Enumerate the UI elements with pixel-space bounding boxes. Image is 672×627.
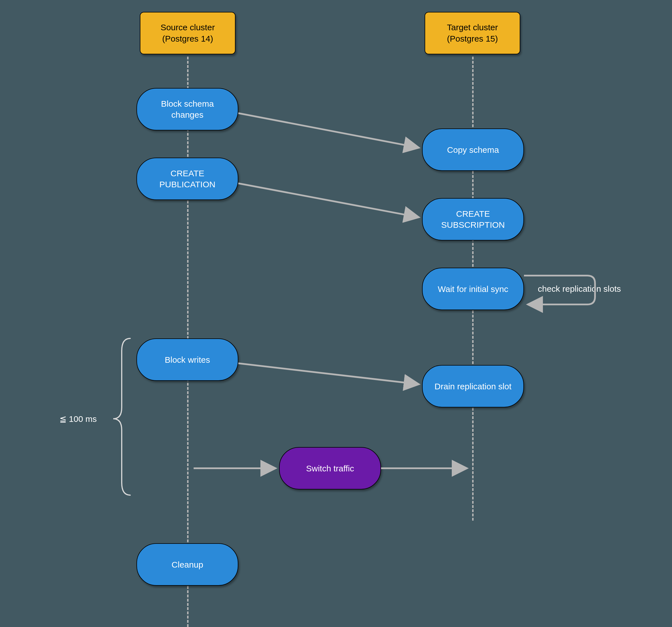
wait-sync-node: Wait for initial sync	[422, 268, 524, 310]
arrow-drain	[238, 363, 419, 384]
create-pub-node: CREATE PUBLICATION	[137, 158, 238, 200]
drain-node: Drain replication slot	[422, 365, 524, 407]
arrows-overlay	[0, 0, 672, 627]
source-header-line2: (Postgres 14)	[162, 33, 213, 45]
target-header-line2: (Postgres 15)	[447, 33, 498, 45]
block-writes-text: Block writes	[165, 354, 210, 365]
create-sub-node: CREATE SUBSCRIPTION	[422, 198, 524, 241]
block-writes-node: Block writes	[137, 338, 238, 381]
switch-traffic-text: Switch traffic	[306, 463, 354, 474]
block-schema-node: Block schema changes	[137, 88, 238, 130]
block-schema-line1: Block schema	[161, 98, 214, 109]
source-header-line1: Source cluster	[161, 22, 215, 33]
copy-schema-text: Copy schema	[447, 144, 499, 155]
target-header-line1: Target cluster	[447, 22, 498, 33]
timing-brace	[113, 338, 130, 495]
drain-text: Drain replication slot	[434, 381, 511, 392]
target-header: Target cluster (Postgres 15)	[425, 12, 520, 54]
switch-traffic-node: Switch traffic	[279, 447, 381, 490]
create-sub-line1: CREATE	[456, 208, 490, 219]
wait-sync-text: Wait for initial sync	[438, 283, 508, 295]
create-pub-line1: CREATE	[170, 168, 204, 179]
create-sub-line2: SUBSCRIPTION	[441, 219, 505, 230]
arrow-pubsub	[238, 183, 419, 217]
arrow-schema	[238, 113, 419, 148]
cleanup-text: Cleanup	[171, 559, 203, 570]
check-slots-label: check replication slots	[538, 284, 621, 294]
source-header: Source cluster (Postgres 14)	[140, 12, 236, 54]
block-schema-line2: changes	[171, 109, 203, 120]
cleanup-node: Cleanup	[137, 543, 238, 586]
copy-schema-node: Copy schema	[422, 128, 524, 171]
timing-label: ≦ 100 ms	[59, 414, 97, 424]
create-pub-line2: PUBLICATION	[159, 179, 215, 190]
